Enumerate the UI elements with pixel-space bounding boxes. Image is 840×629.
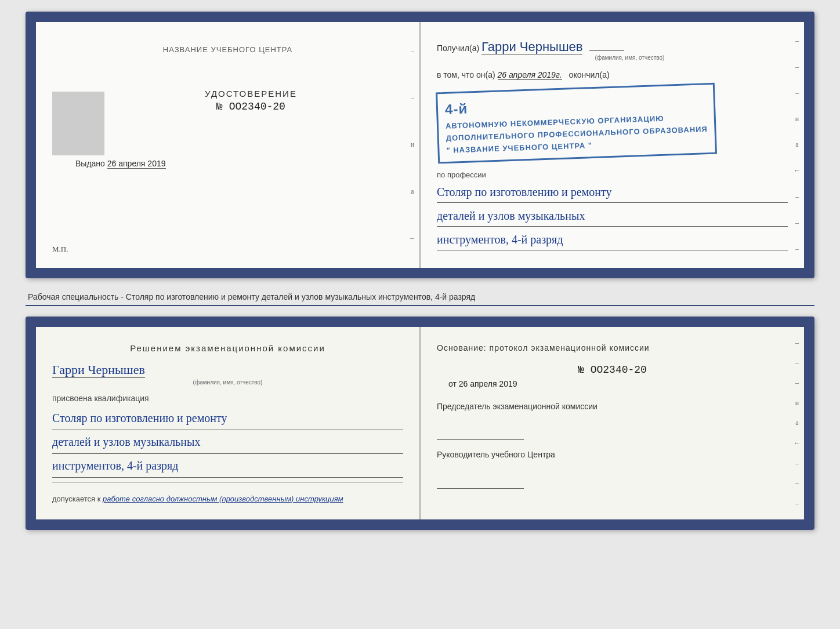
recipient-prefix: Получил(а) xyxy=(437,43,479,53)
director-title: Руководитель учебного Центра xyxy=(437,449,788,461)
допускается-prefix: допускается к xyxy=(52,495,100,503)
chairman-signature-line xyxy=(437,426,524,440)
decision-title: Решением экзаменационной комиссии xyxy=(52,343,403,353)
from-date-value: 26 апреля 2019 xyxy=(459,379,517,388)
bottom-profession-line1: Столяр по изготовлению и ремонту xyxy=(52,406,403,430)
допускается-value: работе согласно должностным (производств… xyxy=(103,495,343,503)
number-value: OO2340-20 xyxy=(591,364,647,376)
cert-label: УДОСТОВЕРЕНИЕ xyxy=(99,89,403,99)
recipient-name: Гарри Чернышев xyxy=(481,39,582,54)
top-document: НАЗВАНИЕ УЧЕБНОГО ЦЕНТРА УДОСТОВЕРЕНИЕ №… xyxy=(26,12,814,278)
cert-number: № OO2340-20 xyxy=(99,101,403,112)
completed-date: 26 апреля 2019г. xyxy=(498,70,562,80)
recipient-line: Получил(а) Гарри Чернышев (фамилия, имя,… xyxy=(437,39,788,61)
in-that-line: в том, что он(а) 26 апреля 2019г. окончи… xyxy=(437,70,788,79)
char-a: а xyxy=(409,187,416,196)
right-side-dashes-top-right: – – – и а ← – – – xyxy=(790,22,804,268)
bottom-right-page: Основание: протокол экзаменационной коми… xyxy=(421,327,804,519)
in-that-prefix: в том, что он(а) xyxy=(437,70,495,79)
protocol-number: № OO2340-20 xyxy=(437,364,788,376)
cert-number-value: OO2340-20 xyxy=(229,101,285,112)
issued-block: Выдано 26 апреля 2019 xyxy=(75,159,403,168)
from-date: от 26 апреля 2019 xyxy=(448,379,788,388)
person-name-block: Гарри Чернышев (фамилия, имя, отчество) xyxy=(52,362,403,386)
top-right-page: Получил(а) Гарри Чернышев (фамилия, имя,… xyxy=(421,22,804,268)
bottom-document: Решением экзаменационной комиссии Гарри … xyxy=(26,317,814,530)
subtitle-bar: Рабочая специальность - Столяр по изгото… xyxy=(26,289,814,306)
issued-label: Выдано xyxy=(75,159,105,168)
cert-number-prefix: № xyxy=(216,101,223,112)
basis-line: Основание: протокол экзаменационной коми… xyxy=(437,343,788,352)
completed-suffix: окончил(а) xyxy=(569,70,610,79)
char-arrow: ← xyxy=(409,234,416,243)
from-prefix: от xyxy=(448,379,457,388)
profession-label-top: по профессии xyxy=(437,170,788,179)
profession-line1-top: Столяр по изготовлению и ремонту xyxy=(437,181,788,203)
divider xyxy=(52,482,403,483)
bottom-profession-line2: деталей и узлов музыкальных xyxy=(52,430,403,454)
number-prefix: № xyxy=(578,364,584,376)
right-side-dashes-bottom-right: – – – и а ← – – – xyxy=(790,327,804,519)
fio-label-bottom: (фамилия, имя, отчество) xyxy=(52,379,403,386)
char-i: и xyxy=(409,140,416,149)
top-left-page: НАЗВАНИЕ УЧЕБНОГО ЦЕНТРА УДОСТОВЕРЕНИЕ №… xyxy=(36,22,421,268)
bottom-profession-line3: инструментов, 4-й разряд xyxy=(52,454,403,478)
допускается-line: допускается к работе согласно должностны… xyxy=(52,495,403,503)
chairman-title: Председатель экзаменационной комиссии xyxy=(437,401,788,413)
mp-label: М.П. xyxy=(52,245,68,254)
profession-line2-top: деталей и узлов музыкальных xyxy=(437,205,788,227)
issued-date: 26 апреля 2019 xyxy=(107,159,166,169)
bottom-left-page: Решением экзаменационной комиссии Гарри … xyxy=(36,327,421,519)
fio-label-top: (фамилия, имя, отчество) xyxy=(472,54,788,61)
stamp-box: 4-й АВТОНОМНУЮ НЕКОММЕРЧЕСКУЮ ОРГАНИЗАЦИ… xyxy=(436,83,717,164)
profession-line3-top: инструментов, 4-й разряд xyxy=(437,229,788,250)
photo-placeholder xyxy=(52,92,104,155)
subtitle-text: Рабочая специальность - Столяр по изгото… xyxy=(28,292,475,301)
right-side-dashes-top-left: – – и а ← xyxy=(405,22,419,268)
director-signature-line xyxy=(437,475,524,489)
person-name: Гарри Чернышев xyxy=(52,362,145,378)
top-left-title: НАЗВАНИЕ УЧЕБНОГО ЦЕНТРА xyxy=(52,45,403,54)
cert-main-block: УДОСТОВЕРЕНИЕ № OO2340-20 xyxy=(99,89,403,112)
qualification-label: присвоена квалификация xyxy=(52,394,403,403)
